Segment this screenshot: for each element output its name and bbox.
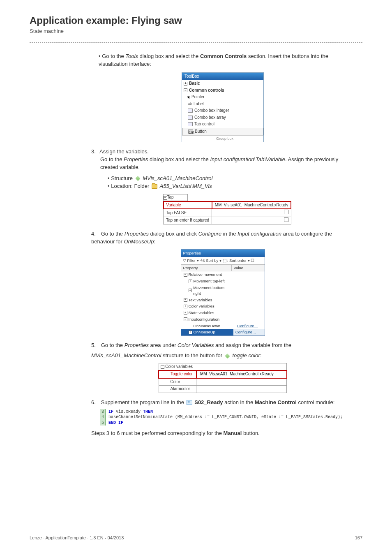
toggle-color-value[interactable]: MM_Vis.scA01_MachineControl.xReady [196,370,287,378]
step-4: 4. Go to the Properties dialog box and c… [91,230,354,336]
footer: Lenze · ApplicationTemplate · 1.3 EN - 0… [30,535,362,540]
footer-page-number: 167 [355,535,362,540]
action-icon [187,400,192,405]
color-variables-table: − Color variables Toggle colorMM_Vis.scA… [158,363,287,393]
properties-title: Properties [181,250,265,257]
step-3: 3.Assign the variables. Go to the Proper… [91,148,354,224]
step3-bullet-location: Location: Folder A55_VarLists\MM_Vis [108,183,354,190]
toolbox-item-combo-arr[interactable]: Combo box array [182,114,263,121]
toolbox-item-combo-int[interactable]: Combo box integer [182,107,263,114]
properties-panel: Properties ▽ Filter ▾ ⅍ Sort by ▾ ⬚↓ Sor… [181,249,265,336]
structure-icon [135,176,140,181]
prop-state-variables[interactable]: +State variables [181,310,232,316]
footer-left: Lenze · ApplicationTemplate · 1.3 EN - 0… [30,535,124,540]
prop-movement-top-left[interactable]: +Movement top-left [181,278,233,284]
configure-link[interactable]: Configure… [237,324,258,328]
prop-relative-movement[interactable]: −Relative movement [181,271,232,278]
prop-inputconfiguration[interactable]: −Inputconfiguration [181,316,232,323]
code-block: 3IF Vis.xReady THEN 4 baseChannelSetNomi… [100,409,354,426]
step3-para: Go to the Properties dialog box and sele… [100,156,354,171]
tap-enter-label: Tap on enter if captured [164,217,212,224]
toolbox-item-label[interactable]: abLabel [182,101,263,108]
collapse-icon[interactable]: − [184,88,187,92]
toolbox-panel: ToolBox +Basic −Common controls Pointer … [182,72,264,143]
tap-enter-checkbox[interactable] [284,217,288,222]
button-icon: OK [188,130,193,134]
step-6: 6. Supplement the program line in the S0… [91,399,354,437]
folder-icon [152,184,157,189]
label-icon: ab [188,101,192,106]
toolbox-title: ToolBox [182,73,263,81]
prop-color-variables[interactable]: +Color variables [181,303,232,310]
expand-icon[interactable]: + [184,82,187,86]
toolbox-item-tab[interactable]: Tab control [182,121,263,128]
prop-onmousedown[interactable]: OnMouseDown [181,323,235,329]
prop-movement-bottom-right[interactable]: +Movement bottom-right [181,284,233,297]
toolbox-item-button[interactable]: OKButton [182,128,263,136]
alarmcolor-label: Alarmcolor [159,386,196,393]
prop-onmouseup[interactable]: +OnMouseUp [181,329,233,335]
tap-variable-label: Variable [164,201,212,209]
tap-false-checkbox[interactable] [284,210,288,214]
content-area: Go to the Tools dialog box and select th… [30,53,362,437]
collapse-icon[interactable]: − [161,365,164,369]
toolbox-item-pointer[interactable]: Pointer [182,94,263,101]
intro-bullet-item: Go to the Tools dialog box and select th… [99,53,354,68]
properties-header-row: PropertyValue [181,265,265,272]
configure-link[interactable]: Configure… [235,330,256,334]
pointer-icon [187,95,191,99]
tap-table: −Tap VariableMM_Vis.scA01_MachineControl… [163,194,292,224]
toolbox-group-basic[interactable]: +Basic [182,80,263,87]
tap-variable-value[interactable]: MM_Vis.scA01_MachineControl.xReady [212,201,291,209]
tap-false-label: Tap FALSE [164,209,212,217]
combobox-icon [188,109,193,113]
structure-icon [225,353,230,358]
toggle-color-label: Toggle color [159,370,196,378]
combobox-icon [188,116,193,120]
step3-bullet-structure: Structure MVis_scA01_MachineControl [108,175,354,183]
toolbox-item-groupbox[interactable]: Group box [182,135,263,142]
divider [30,42,362,43]
tab-icon [188,122,193,126]
step-5: 5. Go to the Properties area under Color… [91,342,354,393]
page-title: Application example: Flying saw [30,15,362,26]
intro-bullet: Go to the Tools dialog box and select th… [91,53,354,68]
collapse-icon[interactable]: − [164,196,167,200]
properties-toolbar[interactable]: ▽ Filter ▾ ⅍ Sort by ▾ ⬚↓ Sort order ▾ ☐ [181,257,265,265]
page-subtitle: State machine [30,28,362,34]
color-label: Color [159,378,196,386]
prop-text-variables[interactable]: +Text variables [181,297,232,303]
toolbox-group-common[interactable]: −Common controls [182,87,263,94]
